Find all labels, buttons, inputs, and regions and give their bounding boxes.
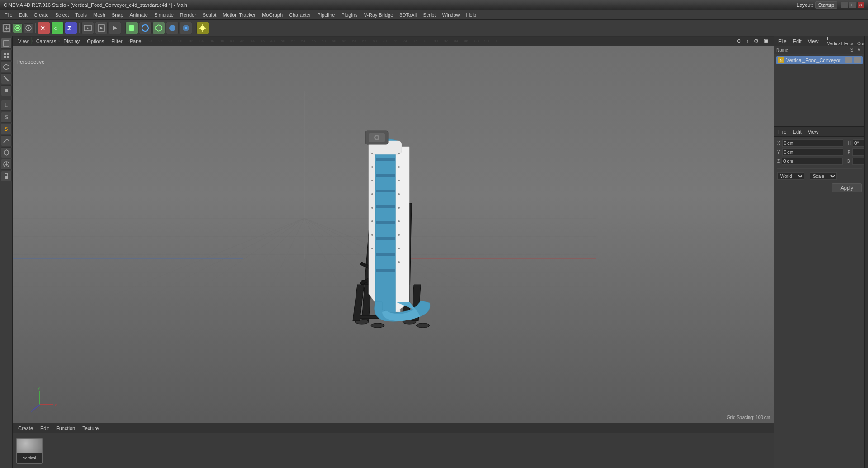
object-manager: File Edit View L: Vertical_Food_Conveyor… bbox=[774, 36, 864, 127]
center-area: View Cameras Display Options Filter Pane… bbox=[13, 36, 774, 468]
minimize-button[interactable]: − bbox=[841, 2, 848, 8]
menu-snap[interactable]: Snap bbox=[109, 11, 126, 19]
sidebar-btn-s[interactable]: S bbox=[1, 112, 12, 123]
om-menu-edit[interactable]: Edit bbox=[792, 38, 803, 44]
toolbar-render-all[interactable] bbox=[109, 22, 121, 34]
toolbar-light[interactable] bbox=[196, 22, 209, 34]
menu-plugins[interactable]: Plugins bbox=[338, 11, 360, 19]
toolbar-sep4 bbox=[194, 23, 194, 33]
toolbar: ✕ ○ Z bbox=[0, 20, 868, 36]
attr-manager-header: File Edit View bbox=[774, 127, 864, 137]
attr-input-x[interactable] bbox=[782, 139, 843, 147]
viewport-menu-panel[interactable]: Panel bbox=[128, 38, 144, 44]
toolbar-scale[interactable]: Z bbox=[65, 22, 77, 34]
mat-menu-texture[interactable]: Texture bbox=[81, 425, 100, 431]
toolbar-undo[interactable] bbox=[13, 23, 23, 33]
menu-window[interactable]: Window bbox=[439, 11, 462, 19]
toolbar-render-active[interactable] bbox=[95, 22, 108, 34]
title-bar: CINEMA 4D R17.016 Studio - [Vertical_Foo… bbox=[0, 0, 868, 10]
sidebar-btn-select[interactable] bbox=[1, 38, 12, 49]
viewport-menu-display[interactable]: Display bbox=[62, 38, 81, 44]
mat-menu-edit[interactable]: Edit bbox=[38, 425, 51, 431]
layout-value[interactable]: Startup bbox=[815, 1, 837, 9]
conveyor-model bbox=[13, 56, 774, 423]
toolbar-object[interactable] bbox=[125, 22, 138, 34]
om-menu-view[interactable]: View bbox=[806, 38, 820, 44]
object-manager-header: File Edit View L: Vertical_Food_Conveyor… bbox=[774, 36, 864, 46]
toolbar-new[interactable] bbox=[2, 23, 12, 33]
viewport-ctrl-move[interactable]: ⊕ bbox=[735, 38, 743, 44]
object-vis-v[interactable] bbox=[854, 57, 861, 63]
menu-motion-tracker[interactable]: Motion Tracker bbox=[220, 11, 258, 19]
sidebar-btn-l[interactable]: L bbox=[1, 100, 12, 111]
attr-input-y[interactable] bbox=[782, 148, 843, 156]
sidebar-btn-point[interactable] bbox=[1, 85, 12, 96]
toolbar-spline[interactable] bbox=[139, 22, 152, 34]
svg-point-105 bbox=[371, 234, 373, 236]
menu-animate[interactable]: Animate bbox=[127, 11, 151, 19]
attr-input-z[interactable] bbox=[782, 158, 843, 165]
object-vis-s[interactable] bbox=[845, 57, 852, 63]
menu-help[interactable]: Help bbox=[464, 11, 479, 19]
toolbar-deformer[interactable] bbox=[166, 22, 179, 34]
viewport-3d[interactable]: X Y Z bbox=[13, 46, 774, 423]
menu-select[interactable]: Select bbox=[52, 11, 72, 19]
menu-sculpt[interactable]: Sculpt bbox=[200, 11, 219, 19]
sidebar-btn-grid[interactable] bbox=[1, 50, 12, 61]
menu-file[interactable]: File bbox=[2, 11, 15, 19]
app-title: CINEMA 4D R17.016 Studio - [Vertical_Foo… bbox=[4, 2, 797, 8]
menu-pipeline[interactable]: Pipeline bbox=[314, 11, 337, 19]
sidebar-btn-poly[interactable] bbox=[1, 62, 12, 72]
om-menu-file[interactable]: File bbox=[777, 38, 788, 44]
svg-rect-86 bbox=[376, 221, 395, 224]
coord-world-dropdown[interactable]: World Object Screen bbox=[777, 172, 804, 180]
coord-scale-dropdown[interactable]: Scale Size bbox=[810, 172, 837, 180]
viewport-menu-view[interactable]: View bbox=[16, 38, 31, 44]
svg-point-78 bbox=[416, 323, 430, 328]
attr-menu-view[interactable]: View bbox=[806, 129, 820, 135]
mat-menu-create[interactable]: Create bbox=[16, 425, 35, 431]
sidebar-btn-edge[interactable] bbox=[1, 73, 12, 84]
toolbar-scene[interactable] bbox=[180, 22, 192, 34]
main-layout: L S $ View Cameras Display Options Filte… bbox=[0, 36, 868, 468]
viewport-menu-options[interactable]: Options bbox=[85, 38, 106, 44]
menu-edit[interactable]: Edit bbox=[16, 11, 30, 19]
sidebar-btn-lock[interactable] bbox=[1, 171, 12, 181]
svg-point-96 bbox=[398, 234, 400, 236]
apply-button[interactable]: Apply bbox=[832, 183, 862, 192]
toolbar-mode-model[interactable] bbox=[24, 23, 33, 33]
mat-menu-function[interactable]: Function bbox=[54, 425, 77, 431]
viewport-menu-cameras[interactable]: Cameras bbox=[34, 38, 58, 44]
menu-character[interactable]: Character bbox=[286, 11, 313, 19]
close-button[interactable]: ✕ bbox=[857, 2, 864, 8]
viewport-ctrl-settings[interactable]: ⚙ bbox=[752, 38, 760, 44]
viewport-container[interactable]: View Cameras Display Options Filter Pane… bbox=[13, 36, 774, 423]
menu-script[interactable]: Script bbox=[420, 11, 438, 19]
toolbar-move[interactable]: ✕ bbox=[38, 22, 50, 34]
material-swatch-vertical[interactable]: Vertical bbox=[16, 438, 43, 464]
object-row-conveyor[interactable]: N Vertical_Food_Conveyor bbox=[776, 56, 863, 64]
toolbar-render-region[interactable] bbox=[81, 22, 94, 34]
attr-menu-file[interactable]: File bbox=[777, 129, 788, 135]
toolbar-rotate[interactable]: ○ bbox=[51, 22, 64, 34]
toolbar-nurbs[interactable] bbox=[152, 22, 165, 34]
viewport-menu-filter[interactable]: Filter bbox=[109, 38, 124, 44]
sidebar-btn-dollar[interactable]: $ bbox=[1, 124, 12, 134]
menu-mesh[interactable]: Mesh bbox=[90, 11, 108, 19]
sidebar-sep1 bbox=[1, 98, 12, 98]
menu-vray[interactable]: V-Ray Bridge bbox=[361, 11, 396, 19]
svg-point-92 bbox=[398, 180, 400, 181]
viewport-ctrl-fullscreen[interactable]: ▣ bbox=[762, 38, 770, 44]
menu-mograph[interactable]: MoGraph bbox=[259, 11, 285, 19]
viewport-ctrl-up[interactable]: ↑ bbox=[745, 38, 751, 44]
menu-tools[interactable]: Tools bbox=[72, 11, 90, 19]
restore-button[interactable]: □ bbox=[849, 2, 856, 8]
menu-create[interactable]: Create bbox=[31, 11, 52, 19]
sidebar-btn-add[interactable] bbox=[1, 159, 12, 170]
menu-3dtoall[interactable]: 3DToAll bbox=[397, 11, 419, 19]
menu-simulate[interactable]: Simulate bbox=[152, 11, 176, 19]
sidebar-btn-hex[interactable] bbox=[1, 147, 12, 158]
attr-menu-edit[interactable]: Edit bbox=[792, 129, 803, 135]
sidebar-btn-curve[interactable] bbox=[1, 135, 12, 146]
menu-render[interactable]: Render bbox=[177, 11, 199, 19]
